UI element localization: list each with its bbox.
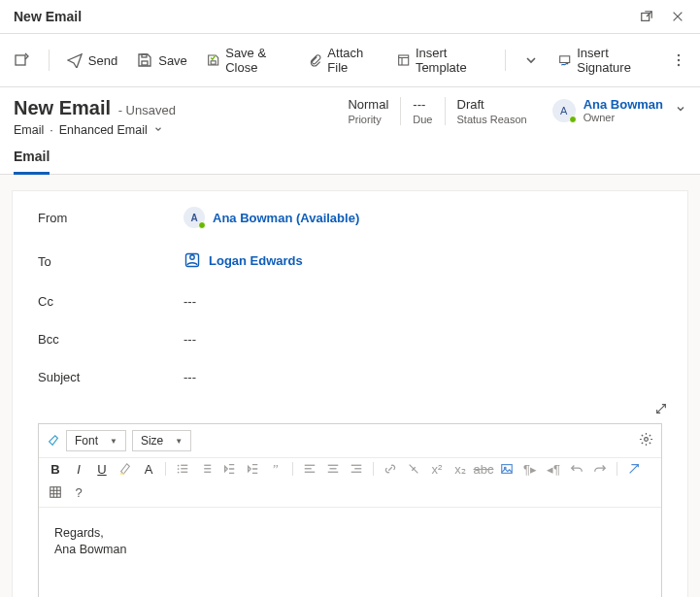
row-bcc[interactable]: Bcc --- xyxy=(13,320,687,358)
tab-email[interactable]: Email xyxy=(14,149,50,175)
redo-icon[interactable] xyxy=(593,462,607,476)
chevron-down-icon[interactable] xyxy=(153,123,163,137)
overflow-menu[interactable] xyxy=(669,49,688,72)
clear-format-icon[interactable] xyxy=(627,462,641,476)
outdent-icon[interactable] xyxy=(222,462,236,476)
italic-icon[interactable]: I xyxy=(72,462,85,476)
rich-text-editor: Font▼ Size▼ B I U A ” xyxy=(38,423,662,597)
unlink-icon[interactable] xyxy=(407,462,420,476)
highlight-icon[interactable] xyxy=(118,462,132,476)
body-line2: Ana Bowman xyxy=(54,542,646,558)
row-from: From A Ana Bowman (Available) xyxy=(13,195,687,240)
svg-rect-6 xyxy=(560,56,570,63)
svg-rect-26 xyxy=(328,465,339,466)
status-value: Draft xyxy=(457,97,527,112)
close-icon[interactable] xyxy=(669,8,686,25)
insert-signature-label: Insert Signature xyxy=(577,46,651,75)
page-title: New Email xyxy=(14,97,111,118)
number-list-icon[interactable] xyxy=(199,462,213,476)
popout-icon[interactable] xyxy=(638,8,655,25)
insert-template-label: Insert Template xyxy=(416,46,487,75)
row-cc[interactable]: Cc --- xyxy=(13,282,687,320)
titlebar-actions xyxy=(638,8,686,25)
table-icon[interactable] xyxy=(49,485,62,499)
attach-button[interactable]: Attach File xyxy=(307,42,380,79)
bullet-list-icon[interactable] xyxy=(176,462,189,476)
tab-strip: Email xyxy=(0,137,700,175)
svg-rect-2 xyxy=(142,61,148,65)
window-title: New Email xyxy=(14,9,82,24)
svg-rect-28 xyxy=(328,472,339,473)
save-button[interactable]: Save xyxy=(135,49,189,72)
svg-rect-13 xyxy=(120,473,124,474)
link-icon[interactable] xyxy=(383,462,397,476)
titlebar: New Email xyxy=(0,0,700,34)
rtl-icon[interactable]: ◂¶ xyxy=(547,462,560,476)
insert-signature-button[interactable]: Insert Signature xyxy=(556,42,653,79)
svg-rect-0 xyxy=(642,14,650,21)
svg-rect-27 xyxy=(330,468,337,469)
send-label: Send xyxy=(88,53,117,68)
indent-icon[interactable] xyxy=(246,462,259,476)
svg-point-9 xyxy=(678,64,680,66)
cc-label: Cc xyxy=(38,294,183,309)
size-dd-label: Size xyxy=(141,434,163,448)
svg-rect-3 xyxy=(142,54,147,57)
save-close-label: Save & Close xyxy=(225,46,289,75)
editor-body[interactable]: Regards, Ana Bowman xyxy=(39,508,661,597)
save-close-button[interactable]: Save & Close xyxy=(205,42,291,79)
svg-rect-30 xyxy=(354,468,361,469)
align-right-icon[interactable] xyxy=(350,462,363,476)
svg-rect-1 xyxy=(16,55,25,65)
stat-due: --- Due xyxy=(400,97,444,125)
svg-rect-25 xyxy=(305,472,316,473)
svg-rect-32 xyxy=(502,465,513,474)
subject-label: Subject xyxy=(38,370,183,384)
to-person[interactable]: Logan Edwards xyxy=(183,251,303,269)
editor-settings-icon[interactable] xyxy=(639,432,653,449)
body-line1: Regards, xyxy=(54,525,646,542)
align-left-icon[interactable] xyxy=(303,462,317,476)
ltr-icon[interactable]: ¶▸ xyxy=(523,462,537,476)
format-painter-icon[interactable] xyxy=(47,434,60,448)
font-dropdown[interactable]: Font▼ xyxy=(66,430,126,451)
bold-icon[interactable]: B xyxy=(49,462,62,476)
expand-icon[interactable] xyxy=(652,400,670,417)
size-dropdown[interactable]: Size▼ xyxy=(132,430,191,451)
strike-icon[interactable]: abc xyxy=(477,462,490,476)
to-value: Logan Edwards xyxy=(209,253,303,268)
row-subject[interactable]: Subject --- xyxy=(13,358,687,396)
chevron-down-icon[interactable] xyxy=(675,103,686,117)
align-center-icon[interactable] xyxy=(326,462,340,476)
insert-template-button[interactable]: Insert Template xyxy=(395,42,490,79)
superscript-icon[interactable]: x² xyxy=(430,462,444,476)
svg-rect-20 xyxy=(204,465,211,466)
presence-dot xyxy=(569,116,577,123)
svg-point-14 xyxy=(178,465,180,467)
from-initial: A xyxy=(190,213,197,223)
undo-icon[interactable] xyxy=(570,462,583,476)
send-button[interactable]: Send xyxy=(65,49,119,72)
contact-icon xyxy=(183,251,201,269)
owner-name: Ana Bowman xyxy=(583,97,663,112)
svg-rect-24 xyxy=(305,468,312,469)
underline-icon[interactable]: U xyxy=(95,462,109,476)
from-person[interactable]: A Ana Bowman (Available) xyxy=(183,207,359,228)
stat-priority: Normal Priority xyxy=(348,97,400,125)
quote-icon[interactable]: ” xyxy=(269,462,283,476)
stat-status: Draft Status Reason xyxy=(445,97,539,125)
font-color-icon[interactable]: A xyxy=(142,462,155,476)
bcc-value: --- xyxy=(183,332,662,347)
owner-block[interactable]: A Ana Bowman Owner xyxy=(539,97,686,123)
command-toolbar: Send Save Save & Close Attach File Inser… xyxy=(0,34,700,87)
subscript-icon[interactable]: x₂ xyxy=(453,462,467,476)
priority-value: Normal xyxy=(348,97,388,112)
help-icon[interactable]: ? xyxy=(72,485,85,499)
breadcrumb-form[interactable]: Enhanced Email xyxy=(59,123,148,137)
new-icon[interactable] xyxy=(12,49,33,72)
template-dropdown[interactable] xyxy=(521,49,541,72)
svg-point-10 xyxy=(190,255,194,259)
svg-point-8 xyxy=(678,59,680,61)
image-icon[interactable] xyxy=(500,462,514,476)
bcc-label: Bcc xyxy=(38,332,183,347)
